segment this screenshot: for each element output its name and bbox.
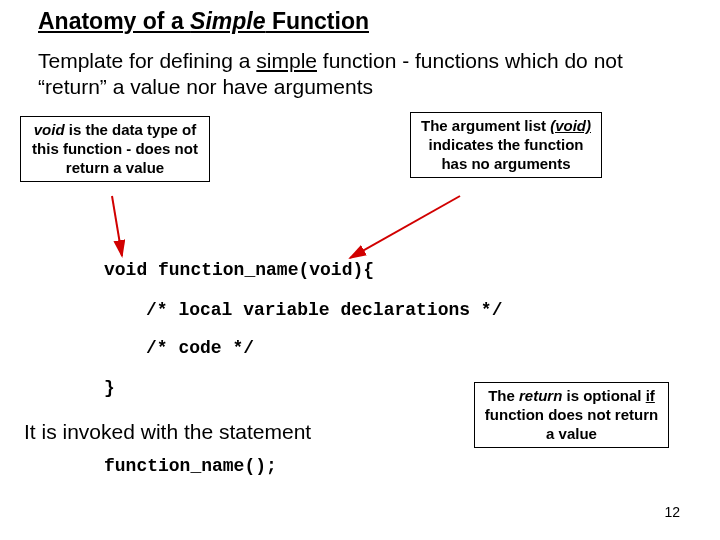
code-close-brace: } (104, 378, 115, 398)
arrow-arg-list (350, 196, 460, 258)
callout2-kw: (void) (550, 117, 591, 134)
code-signature: void function_name(void){ (104, 260, 374, 280)
title-pre: Anatomy of a (38, 8, 190, 34)
title-post: Function (266, 8, 369, 34)
code-body: /* code */ (146, 338, 254, 358)
callout3-t1: The (488, 387, 519, 404)
intro-t1: Template for defining a (38, 49, 256, 72)
intro-text: Template for defining a simple function … (38, 48, 658, 101)
intro-ul: simple (256, 49, 317, 72)
callout-arg-list: The argument list (void) indicates the f… (410, 112, 602, 178)
callout-void-type: void is the data type of this function -… (20, 116, 210, 182)
callout-return: The return is optional if function does … (474, 382, 669, 448)
code-declarations: /* local variable declarations */ (146, 300, 502, 320)
callout3-t3: function does not return a value (485, 406, 658, 442)
callout2-t2: indicates the function has no arguments (428, 136, 583, 172)
callout2-t1: The argument list (421, 117, 550, 134)
title-em: Simple (190, 8, 265, 34)
invoke-text: It is invoked with the statement (24, 420, 311, 444)
arrow-void-type (112, 196, 122, 256)
callout1-kw: void (34, 121, 65, 138)
code-call: function_name(); (104, 456, 277, 476)
callout3-t2: is optional (562, 387, 645, 404)
page-number: 12 (664, 504, 680, 520)
slide-title: Anatomy of a Simple Function (38, 8, 369, 35)
callout3-ul: if (646, 387, 655, 404)
callout3-kw: return (519, 387, 562, 404)
